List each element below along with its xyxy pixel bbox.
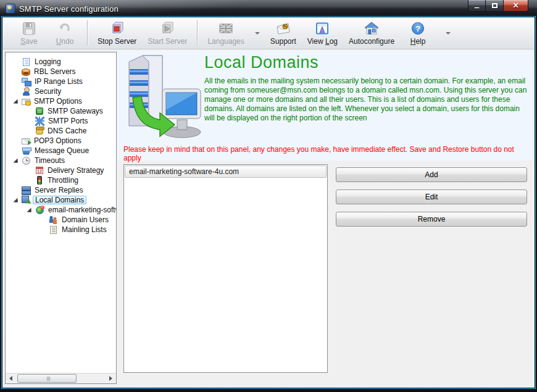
scroll-left-button[interactable] [6,373,16,384]
domain-actions: Add Edit Remove [336,167,527,227]
window-title: SMTP Server configuration [19,4,119,14]
domain-list-item[interactable]: email-marketing-software-4u.com [125,165,327,178]
maximize-icon [492,3,497,8]
tree-item-pop3-options[interactable]: POP3 Options [6,136,116,146]
expand-arrow-icon[interactable] [14,198,18,202]
caption-buttons: ✕ [468,0,528,12]
scroll-right-icon [109,376,112,381]
tree-item-throttling[interactable]: Throttling [6,175,116,185]
tree-item-local-domains[interactable]: Local Domains [6,195,116,205]
tree-item-ip-range-lists[interactable]: IP Range Lists [6,77,116,86]
tree-item-smtp-options[interactable]: SMTP Options [6,96,116,106]
local-domains-hero-icon [123,53,204,141]
tree-item-logging[interactable]: Logging [6,57,116,67]
tree-item-mailing-lists[interactable]: Mainling Lists [6,225,116,235]
tree-item-message-queue[interactable]: Message Queue [6,146,116,156]
edit-button[interactable]: Edit [336,190,527,204]
support-icon [276,21,291,36]
scroll-left-icon [9,376,12,381]
save-button: Save [11,17,47,49]
maximize-button[interactable] [486,0,503,12]
logging-icon [23,58,30,66]
autoconfigure-button[interactable]: Autoconfigure [343,17,400,49]
autoconfigure-icon [364,21,379,36]
rbl-servers-icon [22,69,30,76]
toolbar-overflow-icon[interactable] [446,32,451,35]
security-icon [22,87,31,96]
tree-item-rbl-servers[interactable]: RBL Servers [6,67,116,77]
view-log-icon [315,21,330,36]
support-button[interactable]: Support [265,17,302,49]
undo-button: Undo [47,17,83,49]
client-area: Save Undo Stop Server Start Server Langu… [2,17,535,388]
scrollbar-grip [47,377,48,381]
app-icon [6,4,15,14]
expand-arrow-icon[interactable] [27,208,31,212]
tree-item-domain-users[interactable]: Domain Users [6,215,116,225]
smtp-gateways-icon [36,107,43,115]
smtp-options-icon [22,99,30,105]
help-button[interactable]: ? Help [400,17,436,49]
dns-cache-icon [36,127,43,135]
view-log-button[interactable]: View Log [302,17,343,49]
domain-users-icon [49,215,58,225]
languages-dropdown-icon [255,32,260,35]
delivery-strategy-icon [36,167,43,174]
tree-item-domain[interactable]: email-marketing-softw [6,205,116,215]
expand-arrow-icon[interactable] [14,159,18,163]
page-description: All the emails in the mailing system nec… [204,77,527,123]
scrollbar-track[interactable] [16,373,106,383]
start-server-button: Start Server [142,17,193,49]
toolbar: Save Undo Stop Server Start Server Langu… [2,17,535,49]
stop-server-icon [110,21,125,36]
scroll-right-button[interactable] [106,373,116,384]
ip-range-lists-icon [22,77,31,86]
scrollbar-thumb[interactable] [17,374,77,383]
settings-tree: Logging RBL Servers IP Range Lists Secur… [6,52,116,373]
smtp-ports-icon [35,117,44,126]
timeouts-icon [22,157,30,165]
horizontal-scrollbar[interactable] [6,373,116,383]
tree-item-security[interactable]: Security [6,86,116,96]
domain-listbox: email-marketing-software-4u.com [123,164,328,373]
stop-server-button[interactable]: Stop Server [92,17,142,49]
message-queue-icon [22,146,31,156]
languages-button: Languages [202,17,249,49]
tree-item-delivery-strategy[interactable]: Delivery Strategy [6,165,116,175]
page-title: Local Domains [204,53,318,72]
local-domains-icon [22,196,31,205]
undo-icon [57,21,72,36]
expand-arrow-icon[interactable] [14,99,18,104]
warning-text: Please keep in mind that on this panel, … [123,145,527,162]
mailing-lists-icon [50,226,57,234]
title-bar[interactable]: SMTP Server configuration [0,0,537,17]
close-button[interactable]: ✕ [503,0,528,12]
tree-item-smtp-gateways[interactable]: SMTP Gateways [6,106,116,116]
throttling-icon [37,176,42,185]
help-icon: ? [410,21,425,36]
server-replies-icon [22,186,31,195]
domain-globe-icon [36,206,44,214]
tree-item-smtp-ports[interactable]: SMTP Ports [6,116,116,126]
minimize-icon [474,7,480,9]
start-server-icon [160,21,175,36]
local-domains-panel: Local Domains All the emails in the mail… [118,51,532,385]
toolbar-separator [87,20,88,46]
add-button[interactable]: Add [336,167,527,182]
panel-header: Local Domains All the emails in the mail… [118,51,532,161]
remove-button[interactable]: Remove [336,212,527,227]
minimize-button[interactable] [468,0,486,12]
save-icon [22,21,36,36]
close-icon: ✕ [512,1,518,10]
languages-icon [219,21,233,36]
tree-item-server-replies[interactable]: Server Replies [6,185,116,195]
tree-item-timeouts[interactable]: Timeouts [6,156,116,165]
pop3-options-icon [22,138,30,144]
navigation-sidebar: Logging RBL Servers IP Range Lists Secur… [5,52,117,384]
svg-text:?: ? [415,24,420,33]
toolbar-separator [197,20,198,46]
tree-item-dns-cache[interactable]: DNS Cache [6,126,116,136]
app-window: SMTP Server configuration ✕ Save Undo St… [0,0,537,392]
